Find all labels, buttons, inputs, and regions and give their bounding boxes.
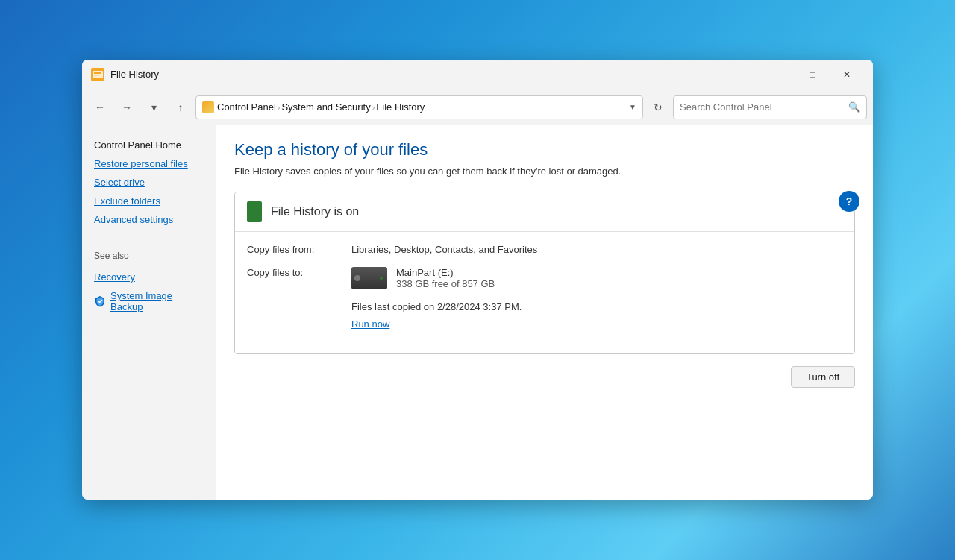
copy-from-value: Libraries, Desktop, Contacts, and Favori… (351, 244, 537, 255)
sidebar-item-select-drive[interactable]: Select drive (91, 174, 207, 190)
see-also-label: See also (91, 248, 207, 263)
status-text: File History is on (271, 205, 359, 218)
dropdown-recent-button[interactable]: ▾ (142, 95, 166, 119)
address-segments: Control Panel › System and Security › Fi… (217, 101, 425, 113)
sidebar: Control Panel Home Restore personal file… (82, 125, 216, 500)
shield-icon (94, 295, 106, 307)
page-title: Keep a history of your files (234, 140, 855, 160)
status-header: File History is on (235, 192, 854, 232)
drive-text: MainPart (E:) 338 GB free of 857 GB (396, 267, 495, 289)
close-button[interactable]: ✕ (830, 63, 864, 86)
sidebar-item-exclude-folders[interactable]: Exclude folders (91, 193, 207, 209)
copy-to-label: Copy files to: (247, 267, 351, 278)
run-now-link[interactable]: Run now (351, 318, 389, 330)
address-sep-1: › (278, 103, 281, 112)
svg-rect-3 (94, 75, 99, 76)
back-button[interactable]: ← (88, 95, 112, 119)
turn-off-button[interactable]: Turn off (791, 366, 855, 388)
main-content: Control Panel Home Restore personal file… (82, 125, 873, 500)
copy-from-label: Copy files from: (247, 244, 351, 255)
status-details: Copy files from: Libraries, Desktop, Con… (235, 232, 854, 353)
forward-button[interactable]: → (115, 95, 139, 119)
search-input[interactable] (680, 101, 844, 113)
copy-from-row: Copy files from: Libraries, Desktop, Con… (247, 244, 842, 255)
address-sep-2: › (372, 103, 375, 112)
status-indicator (247, 201, 262, 222)
sidebar-item-restore-personal-files[interactable]: Restore personal files (91, 156, 207, 172)
title-bar: File History – □ ✕ (82, 60, 873, 89)
copy-to-row: Copy files to: MainPart (E:) 338 GB free… (247, 267, 842, 289)
window-controls: – □ ✕ (761, 63, 864, 86)
content-area: Keep a history of your files File Histor… (216, 125, 873, 500)
drive-name: MainPart (E:) (396, 267, 495, 278)
window-title: File History (110, 69, 761, 80)
control-panel-icon (202, 101, 214, 113)
svg-rect-2 (94, 72, 101, 74)
window-icon (91, 68, 104, 81)
sidebar-item-recovery[interactable]: Recovery (91, 269, 207, 285)
address-bar[interactable]: Control Panel › System and Security › Fi… (195, 95, 643, 119)
sidebar-item-advanced-settings[interactable]: Advanced settings (91, 212, 207, 227)
help-button[interactable]: ? (839, 191, 860, 212)
minimize-button[interactable]: – (761, 63, 795, 86)
system-image-backup-label: System Image Backup (110, 290, 204, 312)
up-button[interactable]: ↑ (169, 95, 192, 119)
maximize-button[interactable]: □ (795, 63, 830, 86)
nav-bar: ← → ▾ ↑ Control Panel › System and Secur… (82, 89, 873, 125)
last-copied-row: Files last copied on 2/28/2024 3:37 PM. … (351, 301, 842, 330)
search-icon[interactable]: 🔍 (848, 101, 860, 113)
file-history-window: File History – □ ✕ ← → ▾ ↑ Control Panel… (82, 60, 873, 500)
sidebar-item-control-panel-home: Control Panel Home (91, 137, 207, 153)
drive-size: 338 GB free of 857 GB (396, 278, 495, 289)
drive-info: MainPart (E:) 338 GB free of 857 GB (351, 267, 495, 289)
page-description: File History saves copies of your files … (234, 166, 855, 177)
action-area: Turn off (234, 366, 855, 388)
sidebar-item-system-image-backup[interactable]: System Image Backup (91, 288, 207, 315)
address-segment-3: File History (376, 101, 425, 113)
refresh-button[interactable]: ↻ (646, 95, 670, 119)
drive-icon (351, 267, 387, 289)
address-segment-2: System and Security (281, 101, 370, 113)
status-box: File History is on Copy files from: Libr… (234, 192, 855, 354)
search-bar[interactable]: 🔍 (673, 95, 867, 119)
address-segment-1: Control Panel (217, 101, 276, 113)
last-copied-text: Files last copied on 2/28/2024 3:37 PM. (351, 301, 522, 312)
address-dropdown-icon[interactable]: ▼ (629, 103, 636, 111)
